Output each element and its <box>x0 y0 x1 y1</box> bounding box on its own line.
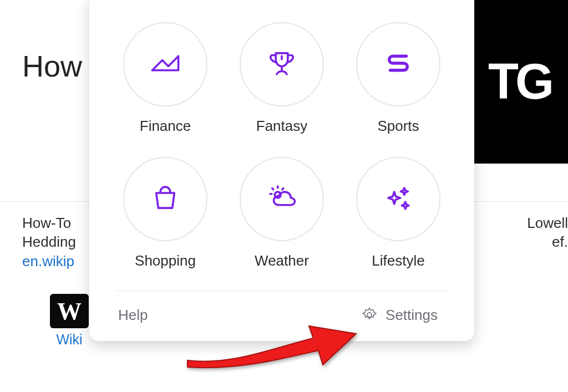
app-tile-circle <box>240 157 324 241</box>
wikipedia-icon: W <box>50 294 89 328</box>
wikipedia-card[interactable]: W Wiki <box>50 294 89 348</box>
app-tile-finance[interactable]: Finance <box>113 22 218 135</box>
app-tile-sports[interactable]: Sports <box>346 22 451 135</box>
svg-line-5 <box>272 189 273 190</box>
snippet-source-link[interactable]: en.wikip <box>22 253 74 269</box>
snippet-line-1: How-To <box>22 215 71 231</box>
app-tile-label: Sports <box>377 118 419 135</box>
app-tile-circle <box>356 22 440 106</box>
help-link[interactable]: Help <box>118 307 148 324</box>
shopping-bag-icon <box>149 182 181 216</box>
app-tile-circle <box>240 22 324 106</box>
app-tile-fantasy[interactable]: Fantasy <box>229 22 334 135</box>
app-tile-lifestyle[interactable]: Lifestyle <box>346 157 451 269</box>
snippet-text: How-To Hedding en.wikip <box>22 213 76 271</box>
app-tile-shopping[interactable]: Shopping <box>113 157 218 269</box>
logo-text: TG <box>488 53 551 110</box>
app-tile-label: Finance <box>140 118 191 135</box>
snippet-line-2: Hedding <box>22 233 76 250</box>
app-tile-label: Lifestyle <box>372 252 424 269</box>
svg-line-6 <box>282 189 283 190</box>
line-chart-icon <box>149 47 181 82</box>
wikipedia-label: Wiki <box>50 332 89 348</box>
apps-grid: Finance Fantasy <box>100 12 463 286</box>
app-tile-circle <box>123 22 207 106</box>
app-tile-weather[interactable]: Weather <box>229 157 334 269</box>
knowledge-panel-logo: TG <box>471 0 568 164</box>
trophy-icon <box>266 47 298 82</box>
app-tile-label: Weather <box>255 252 309 269</box>
app-tile-label: Shopping <box>135 252 196 269</box>
apps-dropdown-panel: Finance Fantasy <box>89 0 474 341</box>
app-tile-label: Fantasy <box>256 118 308 135</box>
app-tile-circle <box>123 157 207 241</box>
settings-link[interactable]: Settings <box>360 306 438 324</box>
settings-label: Settings <box>386 307 438 324</box>
sparkles-icon <box>382 182 414 216</box>
s-mark-icon <box>382 47 414 82</box>
gear-icon <box>360 306 379 324</box>
snippet-text-right: Lowell ef. <box>523 213 568 252</box>
page-title: How <box>22 49 82 83</box>
app-tile-circle <box>356 157 440 241</box>
panel-footer: Help Settings <box>100 291 463 329</box>
weather-icon <box>266 182 298 216</box>
